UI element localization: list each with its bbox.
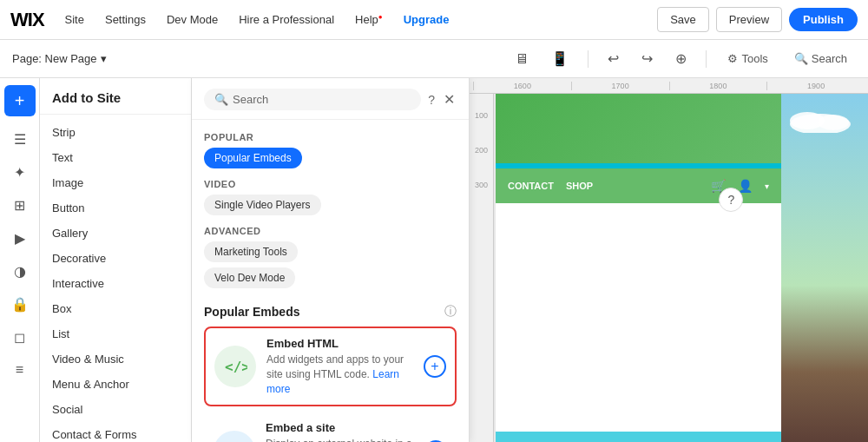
help-icon[interactable]: ? (426, 91, 437, 109)
embed-html-icon: </> (214, 346, 256, 387)
search-icon: 🔍 (214, 93, 228, 106)
embed-site-icon: www (214, 431, 255, 442)
app-icon-button[interactable]: ◻ (4, 321, 36, 353)
sidebar-item-decorative[interactable]: Decorative (40, 246, 191, 271)
popular-embeds-header: Popular Embeds ⓘ (204, 304, 457, 320)
desktop-view-button[interactable]: 🖥 (508, 48, 536, 70)
embed-panel-header: 🔍 Search ? ✕ (192, 78, 469, 120)
site-header-bg (496, 94, 781, 163)
add-to-site-panel: Add to Site Strip Text Image Button Gall… (40, 78, 192, 442)
elements-icon-button[interactable]: ⊞ (4, 189, 36, 221)
design-icon-button[interactable]: ✦ (4, 156, 36, 188)
embed-panel: 🔍 Search ? ✕ POPULAR Popular Embeds VIDE… (192, 78, 470, 442)
site-preview: CONTACT SHOP 🛒 👤 ▾ ? (496, 94, 868, 442)
add-element-button[interactable]: + (4, 85, 36, 116)
tools-button[interactable]: ⚙ Tools (719, 49, 776, 69)
sidebar-item-list[interactable]: List (40, 321, 191, 346)
add-panel-title: Add to Site (40, 78, 191, 115)
info-icon[interactable]: ⓘ (444, 304, 457, 320)
svg-text:</>: </> (225, 359, 247, 375)
ruler-mark-1700: 1700 (571, 82, 669, 90)
help-badge[interactable]: ? (719, 188, 743, 212)
layers-icon-button[interactable]: ≡ (4, 354, 36, 386)
chevron-down-icon: ▾ (101, 52, 107, 65)
wix-logo: WIX (10, 9, 44, 31)
elements-icon: ⊞ (14, 197, 25, 214)
lock-icon-button[interactable]: 🔒 (4, 288, 36, 320)
embed-site-item[interactable]: www Embed a site Display an external web… (204, 412, 457, 442)
mobile-icon: 📱 (551, 50, 569, 67)
mobile-view-button[interactable]: 📱 (544, 47, 575, 70)
nav-contact: CONTACT (508, 181, 554, 191)
add-panel-list: Strip Text Image Button Gallery Decorati… (40, 115, 191, 442)
fit-screen-button[interactable]: ⊕ (668, 47, 694, 70)
app-icon: ◻ (14, 329, 25, 346)
publish-button[interactable]: Publish (789, 8, 858, 31)
sidebar-item-contact[interactable]: Contact & Forms (40, 422, 191, 442)
nav-chevron: ▾ (765, 181, 769, 191)
sidebar-item-strip[interactable]: Strip (40, 120, 191, 145)
search-toolbar-button[interactable]: 🔍 Search (786, 49, 856, 69)
sidebar-item-text[interactable]: Text (40, 145, 191, 170)
clouds-svg (786, 107, 855, 133)
settings-menu[interactable]: Settings (98, 10, 153, 30)
embed-content: Popular Embeds ⓘ </> Embed HTML Add widg… (192, 294, 469, 442)
embed-html-desc: Add widgets and apps to your site using … (266, 353, 413, 396)
user-icon: 👤 (738, 179, 753, 193)
embed-site-text: Embed a site Display an external website… (266, 421, 414, 442)
advanced-section: ADVANCED Marketing Tools Velo Dev Mode (204, 221, 457, 294)
redo-button[interactable]: ↪ (635, 47, 660, 70)
undo-button[interactable]: ↩ (601, 47, 626, 70)
canvas-ruler: 1600 1700 1800 1900 (470, 78, 868, 94)
velo-devmode-category[interactable]: Velo Dev Mode (204, 267, 295, 288)
embed-html-add-button[interactable]: + (424, 355, 446, 378)
background-image (781, 94, 868, 442)
sidebar-item-menu-anchor[interactable]: Menu & Anchor (40, 372, 191, 397)
media-icon-button[interactable]: ▶ (4, 222, 36, 254)
pages-icon-button[interactable]: ☰ (4, 123, 36, 155)
save-button[interactable]: Save (657, 7, 709, 32)
sidebar-item-image[interactable]: Image (40, 170, 191, 195)
preview-button[interactable]: Preview (716, 7, 782, 32)
ruler-marks: 1600 1700 1800 1900 (473, 82, 865, 90)
sidebar-item-gallery[interactable]: Gallery (40, 221, 191, 246)
sidebar-item-box[interactable]: Box (40, 296, 191, 321)
embed-html-text: Embed HTML Add widgets and apps to your … (266, 337, 413, 396)
undo-icon: ↩ (608, 50, 619, 67)
help-menu[interactable]: Help● (348, 10, 390, 30)
plus-icon: + (15, 91, 25, 111)
devmode-menu[interactable]: Dev Mode (160, 10, 225, 30)
vertical-ruler: 100 200 300 (470, 94, 494, 442)
embed-html-item[interactable]: </> Embed HTML Add widgets and apps to y… (204, 327, 457, 406)
popular-embeds-category[interactable]: Popular Embeds (204, 148, 302, 168)
tools-icon: ⚙ (727, 52, 738, 65)
sidebar-item-video[interactable]: Video & Music (40, 346, 191, 372)
video-section-title: VIDEO (204, 179, 457, 189)
theme-icon-button[interactable]: ◑ (4, 255, 36, 287)
left-sidebar: + ☰ ✦ ⊞ ▶ ◑ 🔒 ◻ ≡ (0, 78, 40, 442)
embed-search-box[interactable]: 🔍 Search (204, 89, 421, 110)
sidebar-item-interactive[interactable]: Interactive (40, 271, 191, 296)
site-menu[interactable]: Site (58, 10, 91, 30)
page-selector[interactable]: Page: New Page ▾ (12, 52, 107, 65)
popular-section: POPULAR Popular Embeds (204, 125, 457, 174)
marketing-tools-category[interactable]: Marketing Tools (204, 241, 298, 262)
embed-html-title: Embed HTML (266, 337, 413, 350)
svg-point-5 (818, 115, 849, 130)
canvas-content: 100 200 300 (470, 94, 868, 442)
close-icon[interactable]: ✕ (442, 89, 457, 109)
crosshair-icon: ⊕ (675, 50, 687, 67)
video-section: VIDEO Single Video Players (204, 174, 457, 221)
upgrade-menu[interactable]: Upgrade (397, 10, 457, 30)
sidebar-item-button[interactable]: Button (40, 195, 191, 221)
lock-icon: 🔒 (11, 296, 29, 313)
sidebar-item-social[interactable]: Social (40, 397, 191, 422)
single-video-category[interactable]: Single Video Players (204, 195, 321, 215)
hire-menu[interactable]: Hire a Professional (232, 10, 341, 30)
ruler-mark-1600: 1600 (473, 82, 571, 90)
top-navigation: WIX Site Settings Dev Mode Hire a Profes… (0, 0, 868, 40)
media-icon: ▶ (15, 230, 25, 247)
embed-site-title: Embed a site (266, 421, 414, 434)
embed-html-learn-more[interactable]: Learn more (266, 368, 399, 395)
popular-embeds-label: Popular Embeds (204, 305, 299, 319)
